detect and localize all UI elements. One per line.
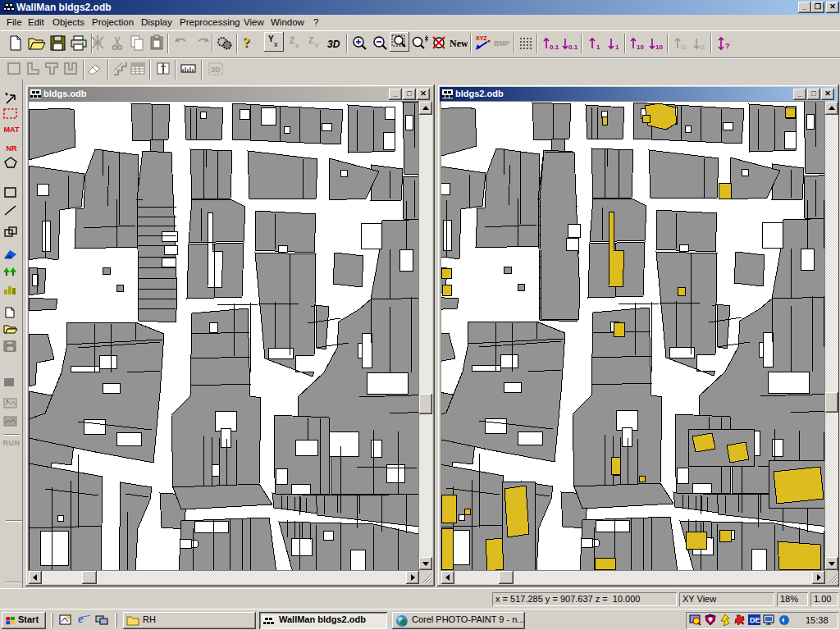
svg-text:x: x <box>295 42 299 50</box>
svg-text:New: New <box>450 38 468 49</box>
svg-text:3D: 3D <box>211 66 221 74</box>
svg-text:x: x <box>274 40 278 48</box>
svg-text:Y: Y <box>268 34 274 43</box>
svg-text:?: ? <box>725 42 730 50</box>
svg-text:1: 1 <box>596 43 600 51</box>
svg-text:XYZ: XYZ <box>476 35 487 41</box>
svg-text:0.1: 0.1 <box>568 43 578 51</box>
svg-text:Y: Y <box>314 42 319 50</box>
svg-text:10: 10 <box>637 43 644 51</box>
svg-text:10: 10 <box>655 43 663 51</box>
svg-text:G: G <box>700 43 705 51</box>
svg-text:0.1: 0.1 <box>550 43 559 51</box>
svg-text:G: G <box>681 43 686 51</box>
svg-text:1: 1 <box>615 43 619 51</box>
svg-text:DE: DE <box>750 616 760 624</box>
svg-text:BMP: BMP <box>494 39 509 48</box>
svg-text:Z: Z <box>308 36 313 45</box>
svg-text:3D: 3D <box>327 39 340 50</box>
svg-text:Z: Z <box>290 36 294 45</box>
